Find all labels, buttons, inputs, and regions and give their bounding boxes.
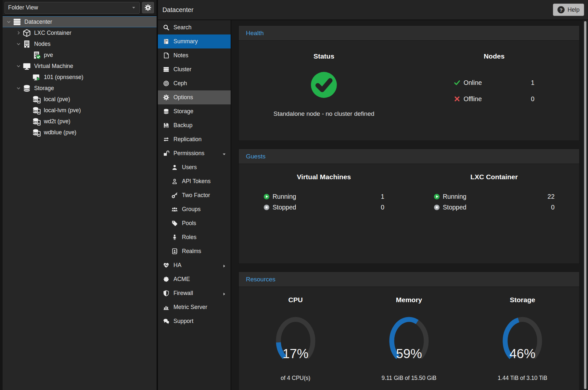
- gauge-percent-value: 59%: [386, 347, 432, 360]
- config-menu: SearchSummaryNotesClusterCephOptionsStor…: [158, 20, 231, 390]
- menu-item-storage[interactable]: Storage: [158, 104, 231, 118]
- menu-item-backup[interactable]: Backup: [158, 118, 231, 132]
- tree-item-icon-wrap: [32, 128, 41, 137]
- menu-item-two-factor[interactable]: Two Factor: [158, 188, 231, 202]
- guest-status-label: Stopped: [273, 204, 296, 211]
- tree-item-local-lvm-pve[interactable]: local-lvm (pve): [3, 105, 157, 116]
- resources-card-header: Resources: [239, 272, 579, 287]
- menu-item-label: Summary: [173, 38, 198, 45]
- menu-item-replication[interactable]: Replication: [158, 132, 231, 146]
- tree-item-icon-wrap: [32, 95, 41, 103]
- menu-item-roles[interactable]: Roles: [158, 230, 231, 244]
- menu-item-icon-wrap: [163, 318, 169, 324]
- gauge-capacity-label: 9.11 GiB of 15.50 GiB: [352, 375, 466, 382]
- expander-down-icon-wrap[interactable]: [15, 42, 22, 46]
- gauge-arc: 59%: [386, 317, 432, 366]
- menu-item-options[interactable]: Options: [158, 90, 231, 104]
- menu-item-api-tokens[interactable]: API Tokens: [158, 174, 231, 188]
- tree-item-101-opnsense[interactable]: 101 (opnsense): [3, 72, 157, 83]
- tree-item-label: Nodes: [34, 41, 51, 47]
- server-stack-icon: [13, 18, 21, 26]
- menu-item-icon-wrap: [172, 206, 178, 212]
- menu-item-permissions[interactable]: Permissions: [158, 146, 231, 160]
- scrollbar-thumb[interactable]: [584, 21, 586, 389]
- tree-item-lxc-container[interactable]: LXC Container: [3, 27, 157, 38]
- view-selector[interactable]: Folder View: [5, 2, 140, 14]
- tree-item-label: local (pve): [44, 96, 70, 103]
- menu-item-label: ACME: [173, 276, 190, 283]
- menu-item-support[interactable]: Support: [158, 314, 231, 328]
- menu-item-icon-wrap: [172, 164, 178, 170]
- submenu-expanded-arrow: [222, 151, 226, 156]
- database-icon: [163, 108, 169, 114]
- status-title: Status: [239, 52, 409, 60]
- menu-item-notes[interactable]: Notes: [158, 48, 231, 62]
- expander-down-icon-wrap[interactable]: [5, 20, 12, 24]
- menu-item-acme[interactable]: ACME: [158, 272, 231, 286]
- tree-item-icon-wrap: [23, 40, 31, 48]
- cpu-gauge: CPU17%of 4 CPU(s): [239, 296, 352, 390]
- gauge-title: CPU: [239, 296, 352, 304]
- tree-item-icon-wrap: [32, 106, 41, 114]
- tree-item-icon-wrap: [23, 62, 31, 70]
- tree-item-storage[interactable]: Storage: [3, 83, 157, 94]
- menu-item-icon-wrap: [163, 122, 169, 128]
- expander-down-icon-wrap[interactable]: [15, 86, 22, 90]
- memory-gauge: Memory59%9.11 GiB of 15.50 GiB: [352, 296, 466, 390]
- tree-settings-button[interactable]: [142, 2, 154, 13]
- tree-item-datacenter[interactable]: Datacenter: [3, 16, 157, 27]
- tree-item-label: wdblue (pve): [44, 129, 76, 136]
- tree-item-local-pve[interactable]: local (pve): [3, 94, 157, 105]
- menu-item-firewall[interactable]: Firewall: [158, 286, 231, 300]
- menu-item-label: Storage: [173, 108, 193, 115]
- chevron-down-icon: [16, 64, 21, 68]
- cluster-status-column: Status Standalone node - no cluster defi…: [239, 52, 409, 141]
- tree-item-nodes[interactable]: Nodes: [3, 38, 157, 49]
- vertical-scrollbar[interactable]: [583, 20, 588, 390]
- tree-item-wdblue-pve[interactable]: wdblue (pve): [3, 127, 157, 138]
- menu-item-groups[interactable]: Groups: [158, 202, 231, 216]
- tree-item-icon-wrap: [13, 18, 21, 26]
- guest-status-value: 22: [547, 193, 555, 200]
- menu-item-users[interactable]: Users: [158, 160, 231, 174]
- health-card-header: Health: [239, 26, 579, 41]
- stop-circle-icon: [434, 204, 440, 210]
- database-icon: [23, 84, 31, 92]
- node-status-row-online: Online1: [454, 76, 534, 89]
- menu-item-ceph[interactable]: Ceph: [158, 76, 231, 90]
- tree-toolbar: Folder View: [3, 0, 157, 15]
- expander-right-icon-wrap[interactable]: [15, 31, 22, 35]
- summary-content: Health Status Standalone node - no clust…: [231, 20, 583, 390]
- menu-item-metric-server[interactable]: Metric Server: [158, 300, 231, 314]
- menu-item-cluster[interactable]: Cluster: [158, 62, 231, 76]
- check-icon: [454, 79, 460, 86]
- menu-item-icon-wrap: [163, 150, 169, 156]
- menu-item-realms[interactable]: Realms: [158, 244, 231, 258]
- menu-item-label: Backup: [173, 122, 192, 129]
- menu-item-icon-wrap: [163, 94, 169, 101]
- guests-rows: Running22Stopped0: [434, 191, 555, 213]
- tree-item-wd2t-pve[interactable]: wd2t (pve): [3, 116, 157, 127]
- help-button[interactable]: ? Help: [553, 4, 584, 16]
- menu-item-summary[interactable]: Summary: [158, 34, 231, 48]
- tree-item-label: Datacenter: [24, 19, 52, 25]
- cross-icon-wrap: [454, 96, 460, 102]
- gauge-title: Memory: [352, 296, 466, 304]
- tree-item-label: wd2t (pve): [44, 118, 70, 125]
- menu-item-label: Notes: [173, 52, 188, 59]
- menu-item-pools[interactable]: Pools: [158, 216, 231, 230]
- view-selector-value: Folder View: [8, 4, 38, 11]
- resource-tree: DatacenterLXC ContainerNodespveVirtual M…: [3, 15, 157, 390]
- tree-item-virtual-machine[interactable]: Virtual Machine: [3, 61, 157, 72]
- expander-down-icon-wrap[interactable]: [15, 64, 22, 68]
- menu-item-search[interactable]: Search: [158, 20, 231, 34]
- resources-card: Resources CPU17%of 4 CPU(s)Memory59%9.11…: [238, 272, 580, 390]
- menu-item-ha[interactable]: HA: [158, 258, 231, 272]
- menu-item-label: Two Factor: [182, 192, 210, 199]
- play-circle-icon: [263, 194, 270, 200]
- menu-item-label: Cluster: [173, 66, 191, 73]
- play-circle-icon: [434, 194, 440, 200]
- check-icon-wrap: [454, 79, 460, 86]
- resource-tree-panel: Folder View DatacenterLXC ContainerNodes…: [0, 0, 158, 390]
- tree-item-pve[interactable]: pve: [3, 49, 157, 61]
